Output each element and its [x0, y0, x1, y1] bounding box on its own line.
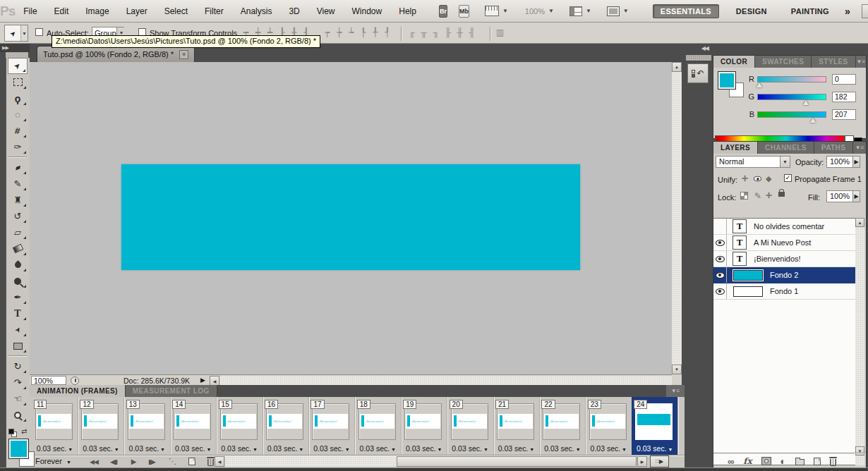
- tools-panel-collapse-button[interactable]: ▶▶: [0, 44, 30, 52]
- tab-animation-frames[interactable]: ANIMATION (FRAMES): [30, 385, 126, 397]
- path-selection-tool[interactable]: ➤: [8, 322, 28, 338]
- bridge-button[interactable]: Br: [439, 5, 447, 18]
- distribute-top-edges-icon[interactable]: ┮: [321, 27, 333, 37]
- animation-frame-23[interactable]: 23¡Bienvenidos!0.03 sec. ▼: [586, 397, 632, 455]
- g-slider[interactable]: [757, 94, 826, 100]
- b-slider[interactable]: [757, 111, 826, 118]
- new-group-icon[interactable]: [795, 457, 804, 465]
- foreground-color-chip[interactable]: [718, 71, 736, 90]
- layer-style-icon[interactable]: fx: [743, 456, 752, 466]
- panel-strip-grip[interactable]: [686, 55, 711, 61]
- crop-tool[interactable]: #: [8, 123, 28, 139]
- adjustment-layer-icon[interactable]: ◐: [780, 455, 786, 467]
- frame-delay-dropdown[interactable]: 0.03 sec. ▼: [78, 444, 123, 453]
- frame-delay-dropdown[interactable]: 0.03 sec. ▼: [32, 444, 78, 453]
- tab-paths[interactable]: PATHS: [814, 142, 853, 154]
- panel-menu-icon[interactable]: ▼≡: [666, 385, 685, 397]
- canvas[interactable]: [30, 62, 672, 374]
- menu-window[interactable]: Window: [344, 1, 391, 22]
- document-tab[interactable]: Tuto.psd @ 100% (Fondo 2, RGB/8) * ×: [37, 46, 195, 62]
- frame-delay-dropdown[interactable]: 0.03 sec. ▼: [355, 444, 401, 453]
- layer-row[interactable]: Fondo 1: [713, 283, 856, 300]
- frame-delay-dropdown[interactable]: 0.03 sec. ▼: [170, 444, 216, 453]
- menu-layer[interactable]: Layer: [118, 1, 156, 22]
- view-extras-button[interactable]: ▼: [485, 6, 508, 16]
- distribute-spacing-vcenter-icon[interactable]: ╥: [418, 27, 430, 37]
- frames-scroll-left-button[interactable]: ◀: [215, 456, 224, 467]
- lasso-tool[interactable]: ϙ: [8, 90, 28, 106]
- eyedropper-tool[interactable]: ✑: [8, 139, 28, 155]
- frame-delay-dropdown[interactable]: 0.03 sec. ▼: [447, 444, 493, 453]
- status-zoom-field[interactable]: 100%: [31, 376, 66, 385]
- distribute-spacing-hcenter-icon[interactable]: ╫: [454, 27, 466, 37]
- visibility-toggle[interactable]: [713, 283, 727, 299]
- frames-scroll-right-button[interactable]: ▶: [637, 456, 647, 467]
- panel-menu-icon[interactable]: ▼≡: [856, 56, 866, 68]
- collapse-panels-button[interactable]: ◀◀: [685, 44, 713, 54]
- animation-frame-12[interactable]: 12¡Bienvenidos!0.03 sec. ▼: [78, 397, 124, 455]
- distribute-spacing-bottom-icon[interactable]: ╖: [430, 27, 442, 37]
- visibility-toggle[interactable]: [713, 219, 727, 234]
- layer-row[interactable]: TA Mi Nuevo Post: [713, 235, 856, 251]
- fill-field[interactable]: 100% ▶: [826, 190, 860, 202]
- frames-scrollbar-thumb[interactable]: [397, 456, 637, 467]
- animation-frame-18[interactable]: 18¡Bienvenidos!0.03 sec. ▼: [355, 397, 402, 455]
- canvas-vertical-scrollbar[interactable]: ▲ ▼: [672, 62, 682, 374]
- tween-button[interactable]: ⋱: [165, 456, 179, 467]
- blur-tool[interactable]: [8, 257, 28, 273]
- frame-delay-dropdown[interactable]: 0.03 sec. ▼: [493, 444, 539, 453]
- r-slider[interactable]: [757, 76, 826, 82]
- rectangle-tool[interactable]: [8, 338, 28, 354]
- arrange-documents-button[interactable]: ▼: [569, 6, 591, 16]
- lock-position-icon[interactable]: ✛: [766, 191, 772, 200]
- animation-frame-14[interactable]: 14¡Bienvenidos!0.03 sec. ▼: [170, 397, 217, 455]
- layers-scrollbar[interactable]: ▲ ▼: [855, 218, 864, 465]
- first-frame-button[interactable]: ◀◀: [86, 456, 102, 467]
- play-button[interactable]: ▶: [126, 456, 141, 467]
- status-flyout-arrow[interactable]: ▶: [200, 377, 205, 384]
- foreground-color-swatch[interactable]: [8, 439, 29, 459]
- rectangular-marquee-tool[interactable]: [8, 74, 28, 90]
- type-tool[interactable]: T: [8, 305, 28, 322]
- tab-channels[interactable]: CHANNELS: [758, 142, 814, 154]
- frame-delay-dropdown[interactable]: 0.03 sec. ▼: [124, 444, 170, 453]
- menu-edit[interactable]: Edit: [46, 1, 78, 22]
- menu-analysis[interactable]: Analysis: [232, 1, 281, 22]
- scroll-left-button[interactable]: ◀: [210, 376, 219, 386]
- visibility-toggle[interactable]: [713, 267, 727, 283]
- menu-image[interactable]: Image: [77, 1, 117, 22]
- propagate-frame-checkbox[interactable]: ✓: [784, 174, 792, 182]
- slider-thumb[interactable]: [803, 100, 809, 105]
- loop-count-dropdown[interactable]: Forever▼: [35, 457, 79, 465]
- slider-thumb[interactable]: [810, 118, 816, 123]
- new-layer-icon[interactable]: [814, 458, 821, 465]
- history-brush-tool[interactable]: ↺: [8, 208, 28, 224]
- tab-styles[interactable]: STYLES: [812, 56, 855, 68]
- animation-frame-13[interactable]: 13¡Bienvenidos!0.03 sec. ▼: [124, 397, 171, 455]
- distribute-spacing-right-icon[interactable]: ╢: [466, 27, 478, 37]
- menu-filter[interactable]: Filter: [196, 1, 232, 22]
- slider-thumb[interactable]: [757, 82, 762, 87]
- pen-tool[interactable]: ✒: [8, 289, 28, 305]
- workspace-essentials[interactable]: ESSENTIALS: [653, 4, 719, 18]
- mini-bridge-button[interactable]: Mb: [459, 5, 469, 18]
- b-value-field[interactable]: 207: [832, 109, 856, 120]
- distribute-horizontal-centers-icon[interactable]: ╀: [369, 27, 381, 37]
- g-value-field[interactable]: 182: [832, 92, 856, 102]
- distribute-bottom-edges-icon[interactable]: ┶: [345, 27, 357, 37]
- scroll-up-button[interactable]: ▲: [855, 218, 864, 227]
- menu-3d[interactable]: 3D: [280, 1, 308, 22]
- cyan-banner-artwork[interactable]: [121, 164, 580, 270]
- menu-view[interactable]: View: [308, 1, 344, 22]
- clone-stamp-tool[interactable]: ♜: [8, 192, 28, 208]
- layer-row[interactable]: T¡Bienvenidos!: [713, 251, 856, 267]
- tab-layers[interactable]: LAYERS: [713, 142, 758, 154]
- add-layer-mask-icon[interactable]: [761, 457, 771, 465]
- opacity-field[interactable]: 100% ▶: [826, 156, 860, 168]
- convert-to-timeline-button[interactable]: ∷▶: [650, 455, 669, 467]
- unify-visibility-icon[interactable]: [753, 176, 762, 182]
- menu-help[interactable]: Help: [390, 1, 425, 22]
- canvas-horizontal-scrollbar[interactable]: [220, 376, 672, 386]
- spot-healing-brush-tool[interactable]: ▰: [8, 159, 28, 176]
- tool-preset-picker[interactable]: ➤ ▼: [4, 25, 28, 42]
